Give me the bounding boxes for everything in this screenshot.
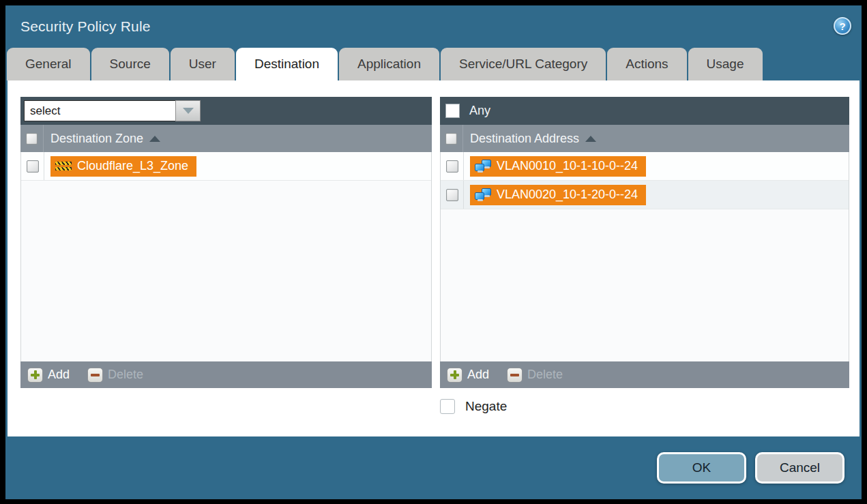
zone-icon — [55, 161, 72, 172]
address-select-all-checkbox[interactable] — [445, 133, 457, 145]
tab-source[interactable]: Source — [91, 48, 169, 80]
zone-select-all-checkbox[interactable] — [26, 133, 38, 145]
zone-filter-bar — [20, 97, 432, 125]
dialog-title: Security Policy Rule — [20, 18, 151, 35]
cancel-button[interactable]: Cancel — [755, 452, 844, 484]
minus-icon — [87, 368, 103, 383]
address-column-header: Destination Address — [440, 125, 849, 152]
destination-zone-panel: Destination Zone Cloudflare_L3_Zone — [20, 97, 432, 388]
tab-bar: General Source User Destination Applicat… — [5, 48, 862, 80]
any-address-bar: Any — [440, 97, 849, 125]
ok-button[interactable]: OK — [657, 452, 746, 484]
row-checkbox[interactable] — [446, 189, 458, 201]
zone-filter-combobox — [24, 100, 201, 121]
table-row: VLAN0010_10-1-10-0--24 — [441, 152, 849, 181]
destination-address-panel: Any Destination Address — [440, 97, 849, 388]
zone-column-header: Destination Zone — [20, 125, 432, 152]
zone-filter-dropdown-button[interactable] — [175, 100, 201, 121]
delete-zone-button[interactable]: Delete — [87, 368, 143, 383]
address-column-title[interactable]: Destination Address — [470, 132, 579, 146]
negate-option: Negate — [440, 399, 507, 414]
zone-entry[interactable]: Cloudflare_L3_Zone — [50, 156, 196, 177]
row-checkbox[interactable] — [27, 160, 39, 173]
security-policy-rule-dialog: Security Policy Rule ? General Source Us… — [5, 5, 862, 499]
plus-icon — [447, 368, 462, 383]
plus-icon — [27, 368, 43, 383]
zone-filter-input[interactable] — [24, 100, 175, 121]
tab-application[interactable]: Application — [339, 48, 439, 80]
any-label: Any — [469, 104, 490, 118]
dialog-titlebar: Security Policy Rule ? — [5, 5, 862, 48]
zone-panel-footer: Add Delete — [20, 361, 432, 388]
tab-user[interactable]: User — [171, 48, 235, 80]
help-icon[interactable]: ? — [834, 17, 851, 35]
address-panel-footer: Add Delete — [440, 361, 849, 388]
destination-tab-content: Destination Zone Cloudflare_L3_Zone — [8, 80, 859, 436]
delete-address-button[interactable]: Delete — [507, 368, 563, 383]
any-checkbox[interactable] — [445, 104, 460, 118]
negate-label: Negate — [465, 399, 507, 414]
address-icon — [475, 188, 491, 201]
tab-general[interactable]: General — [7, 48, 90, 80]
address-icon — [475, 160, 491, 173]
minus-icon — [507, 368, 523, 383]
address-entry[interactable]: VLAN0020_10-1-20-0--24 — [470, 185, 646, 205]
table-row: Cloudflare_L3_Zone — [21, 152, 431, 181]
tab-service-url-category[interactable]: Service/URL Category — [441, 48, 606, 80]
address-entry-label: VLAN0010_10-1-10-0--24 — [497, 159, 638, 173]
zone-column-title[interactable]: Destination Zone — [50, 132, 143, 146]
tab-actions[interactable]: Actions — [607, 48, 686, 80]
add-address-button[interactable]: Add — [447, 368, 489, 383]
table-row: VLAN0020_10-1-20-0--24 — [441, 181, 849, 209]
address-select-all-cell — [440, 125, 463, 152]
row-checkbox[interactable] — [446, 160, 458, 173]
chevron-down-icon — [183, 108, 194, 114]
zone-select-all-cell — [20, 125, 44, 152]
add-zone-button[interactable]: Add — [27, 368, 70, 383]
tab-destination[interactable]: Destination — [236, 48, 338, 80]
tab-usage[interactable]: Usage — [688, 48, 763, 80]
zone-list: Cloudflare_L3_Zone — [20, 152, 432, 361]
zone-entry-label: Cloudflare_L3_Zone — [77, 159, 188, 173]
address-entry[interactable]: VLAN0010_10-1-10-0--24 — [470, 156, 646, 177]
sort-ascending-icon[interactable] — [149, 136, 160, 142]
dialog-action-bar: OK Cancel — [5, 436, 862, 499]
address-list: VLAN0010_10-1-10-0--24 VLAN0020_10-1-20-… — [440, 152, 849, 361]
sort-ascending-icon[interactable] — [585, 136, 596, 142]
address-entry-label: VLAN0020_10-1-20-0--24 — [497, 188, 638, 202]
negate-checkbox[interactable] — [440, 399, 455, 414]
